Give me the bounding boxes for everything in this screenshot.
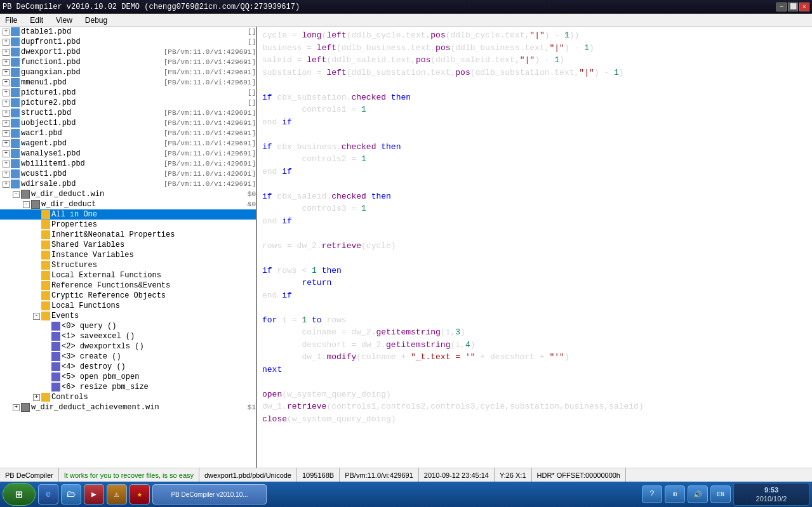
tree-item[interactable]: <1> saveexcel () <box>0 331 256 341</box>
tree-item[interactable]: +wacr1.pbd [PB/vm:11.0/vi:429691] <box>0 128 256 138</box>
tree-expand-icon[interactable]: + <box>3 120 10 127</box>
tree-item[interactable]: +Controls <box>0 392 256 402</box>
tree-item[interactable]: Instance Variables <box>0 250 256 260</box>
menu-edit[interactable]: Edit <box>27 16 46 25</box>
event-icon <box>51 352 60 361</box>
tree-item[interactable]: <2> dwexportxls () <box>0 341 256 352</box>
tray-display[interactable]: ⊞ <box>665 485 685 503</box>
menu-file[interactable]: File <box>3 16 20 25</box>
tree-expand-icon[interactable]: + <box>13 404 20 411</box>
tree-item[interactable]: Cryptic Reference Objects <box>0 291 256 301</box>
ie-button[interactable]: e <box>38 484 58 504</box>
tree-item[interactable]: +dupfront1.pbd [] <box>0 37 256 47</box>
window-controls: — ⬜ ✕ <box>776 3 809 11</box>
active-app[interactable]: PB DeCompiler v2010.10... <box>152 484 267 504</box>
tree-item[interactable]: <0> query () <box>0 321 256 331</box>
tree-label: Shared Variables <box>51 240 256 249</box>
tree-item[interactable]: -w_dir_deduct &0 <box>0 199 256 209</box>
pbd-icon <box>11 48 20 56</box>
tree-expand-icon[interactable]: + <box>3 79 10 86</box>
tree-expand-icon[interactable]: + <box>3 110 10 117</box>
tree-item[interactable]: -w_dir_deduct.win $0 <box>0 189 256 199</box>
code-line: rows = dw_2.retrieve(cycle) <box>262 240 807 253</box>
warn-button[interactable]: ⚠ <box>107 484 127 504</box>
tree-item[interactable]: +uobject1.pbd [PB/vm:11.0/vi:429691] <box>0 118 256 128</box>
tree-expand-icon[interactable]: + <box>3 161 10 168</box>
tree-expand-icon[interactable]: + <box>3 100 10 107</box>
tree-expand-icon[interactable]: + <box>3 59 10 66</box>
menu-view[interactable]: View <box>53 16 75 25</box>
start-button[interactable]: ⊞ <box>3 483 36 506</box>
tree-item[interactable]: +wbillitem1.pbd [PB/vm:11.0/vi:429691] <box>0 159 256 169</box>
tree-item[interactable]: +guangxian.pbd [PB/vm:11.0/vi:429691] <box>0 67 256 77</box>
tree-expand-icon[interactable]: - <box>33 313 40 320</box>
code-line: open(w_system_query_doing) <box>262 388 807 401</box>
tree-item[interactable]: Inherit&Neonatal Properties <box>0 230 256 240</box>
tree-expand-icon[interactable]: + <box>3 29 10 36</box>
close-button[interactable]: ✕ <box>799 3 809 11</box>
tree-item[interactable]: Local Functions <box>0 301 256 311</box>
tree-expand-icon[interactable]: + <box>3 171 10 178</box>
tree-expand-icon[interactable]: + <box>3 140 10 147</box>
tree-item[interactable]: +w_dir_deduct_achievement.win $1 <box>0 402 256 412</box>
tree-label: <1> saveexcel () <box>62 332 256 341</box>
tree-item[interactable]: +wdirsale.pbd [PB/vm:11.0/vi:429691] <box>0 179 256 189</box>
tree-expand-icon[interactable]: + <box>3 89 10 96</box>
tray-volume[interactable]: 🔊 <box>688 485 708 503</box>
code-panel[interactable]: cycle = long(left(ddlb_cycle.text,pos(dd… <box>257 27 812 468</box>
code-line <box>262 178 807 190</box>
star-button[interactable]: ★ <box>130 484 150 504</box>
tree-label: struct1.pbd <box>21 109 153 117</box>
tree-label: Reference Functions&Events <box>51 281 256 290</box>
tree-panel[interactable]: +dtable1.pbd []+dupfront1.pbd []+dwexpor… <box>0 27 257 468</box>
tree-item[interactable]: +wagent.pbd [PB/vm:11.0/vi:429691] <box>0 138 256 148</box>
tree-expand-icon[interactable]: + <box>3 69 10 76</box>
tree-value: [PB/vm:11.0/vi:429691] <box>153 140 256 147</box>
tree-expand-icon[interactable]: + <box>3 49 10 56</box>
tree-item[interactable]: +struct1.pbd [PB/vm:11.0/vi:429691] <box>0 108 256 118</box>
tree-expand-icon[interactable]: + <box>3 150 10 157</box>
tree-expand-icon[interactable]: - <box>23 201 30 208</box>
tree-expand-icon[interactable]: + <box>3 181 10 188</box>
tree-item[interactable]: +wcust1.pbd [PB/vm:11.0/vi:429691] <box>0 169 256 179</box>
tree-item[interactable]: <6> resize pbm_size <box>0 382 256 392</box>
tree-item[interactable]: <3> create () <box>0 352 256 362</box>
tree-item[interactable]: +dtable1.pbd [] <box>0 27 256 37</box>
maximize-button[interactable]: ⬜ <box>788 3 798 11</box>
tree-item[interactable]: All in One <box>0 209 256 220</box>
pbd-icon <box>11 78 20 87</box>
tree-label: wdirsale.pbd <box>21 180 153 188</box>
tree-item[interactable]: Properties <box>0 220 256 230</box>
tray-keyboard[interactable]: EN <box>710 485 731 503</box>
tree-item[interactable]: +function1.pbd [PB/vm:11.0/vi:429691] <box>0 57 256 67</box>
tree-item[interactable]: Local External Functions <box>0 270 256 280</box>
tray-help[interactable]: ? <box>642 485 662 503</box>
menu-debug[interactable]: Debug <box>83 16 110 25</box>
status-size: 1095168B <box>297 468 340 482</box>
tree-item[interactable]: <4> destroy () <box>0 362 256 372</box>
tree-item[interactable]: +picture1.pbd [] <box>0 88 256 98</box>
tree-item[interactable]: Structures <box>0 260 256 270</box>
tree-item[interactable]: +picture2.pbd [] <box>0 98 256 108</box>
tree-item[interactable]: +dwexport1.pbd [PB/vm:11.0/vi:429691] <box>0 47 256 57</box>
tree-item[interactable]: +wanalyse1.pbd [PB/vm:11.0/vi:429691] <box>0 148 256 159</box>
tree-value: [PB/vm:11.0/vi:429691] <box>153 180 256 188</box>
minimize-button[interactable]: — <box>776 3 787 11</box>
tree-item[interactable]: <5> open pbm_open <box>0 372 256 382</box>
code-line: substation = left(ddlb_substation.text,p… <box>262 67 807 79</box>
tree-item[interactable]: Reference Functions&Events <box>0 280 256 291</box>
tree-label: All in One <box>51 210 256 219</box>
tree-item[interactable]: +mmenu1.pbd [PB/vm:11.0/vi:429691] <box>0 77 256 88</box>
pbd-icon <box>11 58 20 67</box>
tree-item[interactable]: Shared Variables <box>0 240 256 250</box>
tree-expand-icon[interactable]: + <box>33 394 40 401</box>
tree-expand-icon[interactable]: + <box>3 130 10 137</box>
tree-item[interactable]: -Events <box>0 311 256 321</box>
tree-expand-icon[interactable]: - <box>13 191 20 198</box>
code-line <box>262 79 807 91</box>
folder-button[interactable]: 🗁 <box>61 484 81 504</box>
media-button[interactable]: ▶ <box>84 484 104 504</box>
main-area: +dtable1.pbd []+dupfront1.pbd []+dwexpor… <box>0 27 812 468</box>
tree-expand-icon[interactable]: + <box>3 39 10 46</box>
tree-value: [] <box>237 28 256 36</box>
